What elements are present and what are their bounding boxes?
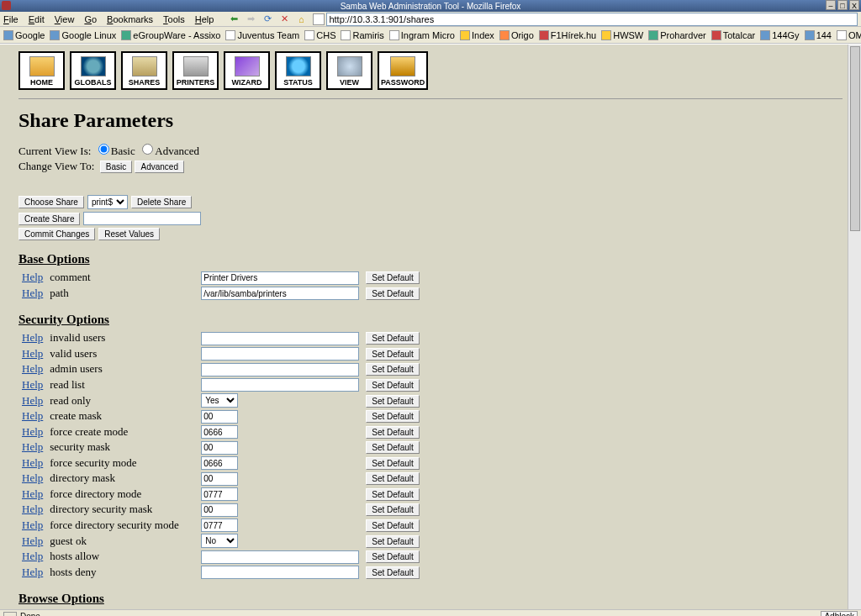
url-input[interactable] bbox=[326, 13, 858, 26]
bookmark-item[interactable]: 144 bbox=[805, 30, 832, 40]
nav-shares[interactable]: SHARES bbox=[121, 51, 167, 90]
set-default-button[interactable]: Set Default bbox=[366, 348, 419, 361]
set-default-button[interactable]: Set Default bbox=[366, 472, 419, 485]
adblock-button[interactable]: Adblock bbox=[821, 611, 858, 616]
help-link[interactable]: Help bbox=[22, 362, 43, 375]
bookmark-item[interactable]: HWSW bbox=[601, 30, 643, 40]
nav-wizard[interactable]: WIZARD bbox=[224, 51, 270, 90]
option-text-input[interactable] bbox=[201, 271, 359, 285]
reset-values-button[interactable]: Reset Values bbox=[98, 228, 160, 240]
create-share-button[interactable]: Create Share bbox=[18, 213, 80, 225]
option-short-input[interactable] bbox=[201, 441, 238, 455]
option-short-input[interactable] bbox=[201, 519, 238, 532]
menu-help[interactable]: Help bbox=[195, 14, 214, 24]
option-text-input[interactable] bbox=[201, 347, 359, 361]
option-short-input[interactable] bbox=[201, 410, 238, 424]
bookmark-item[interactable]: Google bbox=[3, 30, 45, 40]
help-link[interactable]: Help bbox=[22, 331, 43, 344]
bookmark-item[interactable]: Prohardver bbox=[648, 30, 705, 40]
set-default-button[interactable]: Set Default bbox=[366, 535, 419, 548]
option-text-input[interactable] bbox=[201, 332, 359, 345]
bookmark-item[interactable]: Totalcar bbox=[711, 30, 756, 40]
help-link[interactable]: Help bbox=[22, 425, 43, 438]
menu-file[interactable]: File bbox=[3, 14, 18, 24]
radio-advanced[interactable] bbox=[142, 144, 153, 155]
set-default-button[interactable]: Set Default bbox=[366, 566, 419, 579]
bookmark-item[interactable]: Ramiris bbox=[341, 30, 383, 40]
bookmark-item[interactable]: F1Hírek.hu bbox=[539, 30, 596, 40]
bookmark-item[interactable]: Ingram Micro bbox=[389, 30, 455, 40]
bookmark-item[interactable]: Google Linux bbox=[50, 30, 116, 40]
help-link[interactable]: Help bbox=[22, 550, 43, 562]
bookmark-item[interactable]: eGroupWare - Assixo bbox=[121, 30, 220, 40]
home-button[interactable]: ⌂ bbox=[294, 13, 308, 26]
set-default-button[interactable]: Set Default bbox=[366, 426, 419, 439]
option-yes-no-select[interactable]: YesNo bbox=[201, 534, 238, 548]
window-close-button[interactable]: X bbox=[849, 0, 859, 10]
set-default-button[interactable]: Set Default bbox=[366, 519, 419, 532]
create-share-input[interactable] bbox=[83, 212, 201, 225]
option-text-input[interactable] bbox=[201, 550, 359, 564]
help-link[interactable]: Help bbox=[22, 487, 43, 500]
help-link[interactable]: Help bbox=[22, 347, 43, 360]
bookmark-item[interactable]: OMSZ bbox=[837, 30, 861, 40]
option-short-input[interactable] bbox=[201, 456, 238, 470]
bookmark-item[interactable]: Origo bbox=[499, 30, 534, 40]
option-yes-no-select[interactable]: YesNo bbox=[201, 393, 238, 408]
share-select[interactable]: print$ bbox=[87, 195, 128, 209]
reload-button[interactable]: ⟳ bbox=[261, 13, 274, 26]
help-link[interactable]: Help bbox=[22, 534, 43, 547]
option-short-input[interactable] bbox=[201, 472, 238, 486]
set-default-button[interactable]: Set Default bbox=[366, 550, 419, 563]
basic-button[interactable]: Basic bbox=[100, 161, 132, 173]
help-link[interactable]: Help bbox=[22, 503, 43, 515]
vertical-scrollbar[interactable] bbox=[848, 45, 861, 609]
set-default-button[interactable]: Set Default bbox=[366, 271, 419, 284]
bookmark-item[interactable]: Juventus Team bbox=[225, 30, 299, 40]
set-default-button[interactable]: Set Default bbox=[366, 410, 419, 423]
radio-basic[interactable] bbox=[98, 144, 109, 155]
stop-button[interactable]: ✕ bbox=[277, 13, 291, 26]
help-link[interactable]: Help bbox=[22, 440, 43, 453]
advanced-button[interactable]: Advanced bbox=[135, 161, 183, 173]
nav-globals[interactable]: GLOBALS bbox=[70, 51, 116, 90]
help-link[interactable]: Help bbox=[22, 271, 43, 283]
set-default-button[interactable]: Set Default bbox=[366, 441, 419, 454]
back-button[interactable]: ⬅ bbox=[227, 13, 240, 26]
option-text-input[interactable] bbox=[201, 363, 359, 376]
option-short-input[interactable] bbox=[201, 425, 238, 439]
help-link[interactable]: Help bbox=[22, 287, 43, 299]
nav-home[interactable]: HOME bbox=[18, 51, 65, 90]
help-link[interactable]: Help bbox=[22, 409, 43, 422]
commit-changes-button[interactable]: Commit Changes bbox=[18, 228, 95, 240]
set-default-button[interactable]: Set Default bbox=[366, 287, 419, 300]
nav-password[interactable]: PASSWORD bbox=[378, 51, 428, 90]
help-link[interactable]: Help bbox=[22, 456, 43, 469]
option-short-input[interactable] bbox=[201, 487, 238, 501]
bookmark-item[interactable]: Index bbox=[460, 30, 494, 40]
menu-tools[interactable]: Tools bbox=[163, 14, 185, 24]
menu-bookmarks[interactable]: Bookmarks bbox=[107, 14, 153, 24]
window-maximize-button[interactable]: □ bbox=[837, 0, 848, 10]
set-default-button[interactable]: Set Default bbox=[366, 395, 419, 408]
set-default-button[interactable]: Set Default bbox=[366, 488, 419, 501]
menu-go[interactable]: Go bbox=[84, 14, 97, 24]
set-default-button[interactable]: Set Default bbox=[366, 363, 419, 376]
delete-share-button[interactable]: Delete Share bbox=[131, 196, 192, 208]
set-default-button[interactable]: Set Default bbox=[366, 503, 419, 516]
option-text-input[interactable] bbox=[201, 566, 359, 579]
nav-view[interactable]: VIEW bbox=[326, 51, 372, 90]
set-default-button[interactable]: Set Default bbox=[366, 379, 419, 392]
help-link[interactable]: Help bbox=[22, 519, 43, 531]
menu-edit[interactable]: Edit bbox=[29, 14, 45, 24]
option-text-input[interactable] bbox=[201, 287, 359, 300]
nav-printers[interactable]: PRINTERS bbox=[172, 51, 219, 90]
set-default-button[interactable]: Set Default bbox=[366, 457, 419, 470]
option-text-input[interactable] bbox=[201, 378, 359, 392]
help-link[interactable]: Help bbox=[22, 394, 43, 407]
option-short-input[interactable] bbox=[201, 503, 238, 517]
bookmark-item[interactable]: 144Gy bbox=[760, 30, 799, 40]
set-default-button[interactable]: Set Default bbox=[366, 332, 419, 345]
choose-share-button[interactable]: Choose Share bbox=[18, 196, 84, 208]
nav-status[interactable]: STATUS bbox=[275, 51, 321, 90]
